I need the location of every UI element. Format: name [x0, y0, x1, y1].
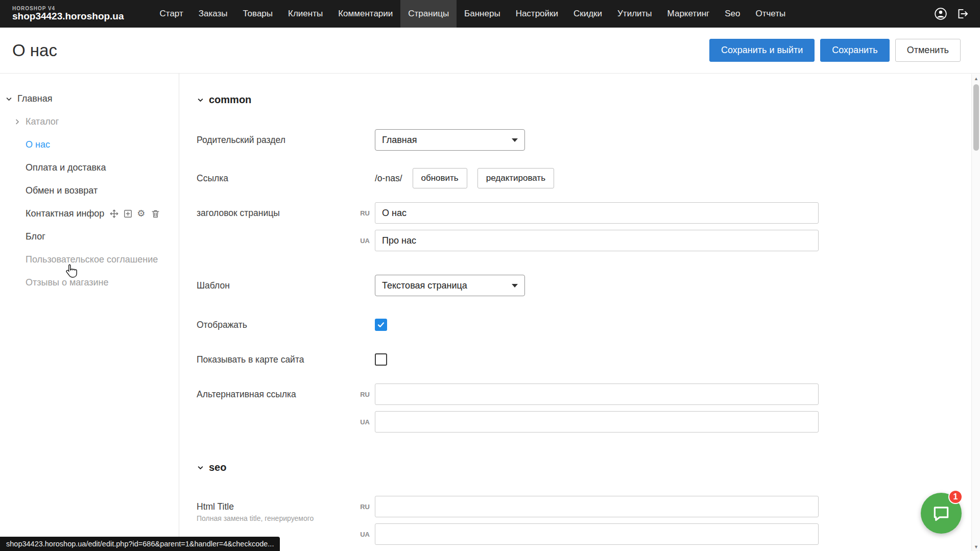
logout-icon[interactable]: [955, 7, 969, 20]
link-refresh-button[interactable]: обновить: [413, 168, 467, 188]
nav-item-discounts[interactable]: Скидки: [566, 0, 610, 28]
add-page-icon[interactable]: [123, 209, 133, 219]
lang-tag-ru: RU: [352, 209, 370, 217]
scroll-up-arrow[interactable]: ▲: [972, 74, 980, 83]
chevron-down-icon: [512, 284, 518, 288]
form-row-template: Шаблон Текстовая страница: [197, 275, 980, 296]
nav-item-settings[interactable]: Настройки: [508, 0, 566, 28]
page-header: О нас Сохранить и выйти Сохранить Отмени…: [0, 28, 980, 74]
form-row-link: Ссылка /o-nas/ обновить редактировать: [197, 168, 980, 188]
nav-item-comments[interactable]: Комментарии: [330, 0, 400, 28]
chat-unread-badge: 1: [948, 490, 963, 504]
section-common-header[interactable]: common: [197, 94, 980, 106]
sidebar-item-user-agreement[interactable]: Пользовательское соглашение: [0, 248, 179, 271]
link-edit-button[interactable]: редактировать: [477, 168, 554, 188]
field-label: заголовок страницы: [197, 202, 352, 224]
lang-tag-ru: RU: [352, 391, 370, 398]
form-row-display: Отображать: [197, 314, 980, 336]
html-title-ua-input[interactable]: [375, 523, 819, 545]
nav-item-utilities[interactable]: Утилиты: [610, 0, 660, 28]
sitemap-checkbox[interactable]: [375, 353, 387, 366]
topbar-right: [934, 7, 969, 20]
select-value: Текстовая страница: [382, 280, 467, 291]
field-label: Альтернативная ссылка: [197, 384, 352, 405]
nav-item-seo[interactable]: Seo: [717, 0, 748, 28]
lang-tag-ru: RU: [352, 503, 370, 511]
field-hint: Полная замена title, генерируемого: [197, 514, 352, 523]
top-nav-bar: HOROSHOP V4 shop34423.horoshop.ua Старт …: [0, 0, 980, 28]
tree-item-label: Каталог: [26, 116, 59, 127]
chevron-down-icon: [5, 95, 13, 103]
logo[interactable]: HOROSHOP V4 shop34423.horoshop.ua: [12, 6, 124, 21]
header-buttons: Сохранить и выйти Сохранить Отменить: [709, 39, 961, 62]
scrollbar-thumb[interactable]: [973, 84, 979, 151]
page-edit-form: common Родительский раздел Главная Ссылк…: [179, 74, 980, 550]
tree-item-label: Контактная инфор: [26, 208, 104, 219]
nav-item-banners[interactable]: Баннеры: [457, 0, 508, 28]
sidebar-item-home[interactable]: Главная: [0, 87, 179, 110]
move-icon[interactable]: [109, 209, 119, 219]
chevron-right-icon: [13, 118, 21, 126]
page-title-ua-input[interactable]: [375, 230, 819, 251]
field-label: Шаблон: [197, 275, 352, 296]
section-title: common: [209, 94, 251, 106]
sidebar-item-catalog[interactable]: Каталог: [0, 110, 179, 133]
nav-item-start[interactable]: Старт: [152, 0, 191, 28]
tree-item-label: Оплата и доставка: [26, 162, 106, 173]
alt-link-ua-input[interactable]: [375, 411, 819, 433]
field-label-group: Html Title Полная замена title, генериру…: [197, 496, 352, 523]
nav-item-products[interactable]: Товары: [235, 0, 280, 28]
lang-tag-ua: UA: [352, 237, 370, 245]
tree-item-label: Главная: [17, 93, 53, 104]
chat-bubble-icon: [931, 504, 951, 523]
chevron-down-icon: [197, 464, 204, 471]
nav-item-pages[interactable]: Страницы: [400, 0, 457, 28]
tree-item-actions: ⚙: [109, 209, 160, 219]
main-menu: Старт Заказы Товары Клиенты Комментарии …: [152, 0, 794, 28]
save-exit-button[interactable]: Сохранить и выйти: [709, 39, 815, 62]
section-title: seo: [209, 462, 226, 473]
form-row-alt-link: Альтернативная ссылка RU UA: [197, 384, 980, 433]
scroll-down-arrow[interactable]: ▼: [972, 542, 980, 551]
section-seo-header[interactable]: seo: [197, 462, 980, 473]
nav-item-reports[interactable]: Отчеты: [748, 0, 793, 28]
field-label: Показывать в карте сайта: [197, 349, 352, 370]
user-account-icon[interactable]: [934, 7, 947, 20]
select-value: Главная: [382, 135, 417, 146]
tree-item-label: О нас: [26, 139, 50, 150]
tree-item-label: Обмен и возврат: [26, 185, 98, 196]
logo-domain: shop34423.horoshop.ua: [12, 11, 124, 21]
sidebar-item-payment-delivery[interactable]: Оплата и доставка: [0, 156, 179, 179]
browser-status-url: shop34423.horoshop.ua/edit/edit.php?id=6…: [0, 537, 280, 551]
gear-icon[interactable]: ⚙: [137, 209, 147, 219]
html-title-ru-input[interactable]: [375, 496, 819, 517]
lang-tag-ua: UA: [352, 531, 370, 538]
cancel-button[interactable]: Отменить: [895, 39, 961, 62]
alt-link-ru-input[interactable]: [375, 384, 819, 405]
sidebar-item-contact-info[interactable]: Контактная инфор ⚙: [0, 202, 179, 225]
form-row-parent-section: Родительский раздел Главная: [197, 129, 980, 151]
sidebar-item-about[interactable]: О нас: [0, 133, 179, 156]
content-area: Главная Каталог О нас Оплата и доставка …: [0, 74, 980, 550]
form-row-sitemap: Показывать в карте сайта: [197, 349, 980, 370]
sidebar-item-blog[interactable]: Блог: [0, 225, 179, 248]
parent-section-select[interactable]: Главная: [375, 129, 525, 151]
nav-item-orders[interactable]: Заказы: [191, 0, 235, 28]
nav-item-marketing[interactable]: Маркетинг: [660, 0, 718, 28]
form-row-html-title: Html Title Полная замена title, генериру…: [197, 496, 980, 545]
template-select[interactable]: Текстовая страница: [375, 275, 525, 296]
field-label: Отображать: [197, 314, 352, 336]
tree-item-label: Отзывы о магазине: [26, 277, 109, 288]
save-button[interactable]: Сохранить: [820, 39, 889, 62]
lang-tag-ua: UA: [352, 418, 370, 426]
tree-item-label: Пользовательское соглашение: [26, 254, 158, 265]
display-checkbox[interactable]: [375, 319, 387, 331]
nav-item-clients[interactable]: Клиенты: [280, 0, 330, 28]
sidebar-item-store-reviews[interactable]: Отзывы о магазине: [0, 271, 179, 294]
page: HOROSHOP V4 shop34423.horoshop.ua Старт …: [0, 0, 980, 551]
field-label: Родительский раздел: [197, 129, 352, 151]
trash-icon[interactable]: [151, 209, 160, 219]
form-row-page-title: заголовок страницы RU UA: [197, 202, 980, 251]
sidebar-item-exchange-return[interactable]: Обмен и возврат: [0, 179, 179, 202]
page-title-ru-input[interactable]: [375, 202, 819, 224]
